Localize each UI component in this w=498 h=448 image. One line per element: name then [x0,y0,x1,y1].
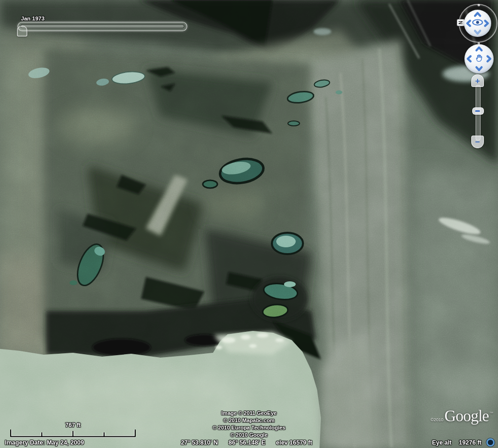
satellite-imagery[interactable] [0,0,498,448]
time-slider-range [20,24,184,28]
time-slider-date-label: Jan 1973 [21,16,45,21]
ring-tick [478,4,480,6]
move-joystick[interactable] [464,44,494,73]
north-label: N [458,21,463,24]
move-down-arrow[interactable] [475,64,483,72]
copyright-attribution: Image © 2011 GeoEye © 2010 Mapabc.com © … [213,410,285,439]
copyright-line: © 2010 Europa Technologies [213,424,285,431]
time-slider: Jan 1973 [15,15,188,37]
zoom-out-button[interactable]: − [471,136,484,148]
eye-alt-label: Eye alt [432,439,451,446]
move-left-arrow[interactable] [465,55,474,63]
move-right-arrow[interactable] [484,55,493,63]
look-joystick[interactable]: N [459,4,498,43]
zoom-slider-handle[interactable] [472,107,484,115]
eye-alt-value: 19276 ft [459,439,481,446]
elevation: elev 16579 ft [276,439,312,446]
scale-ruler [10,423,136,438]
zoom-in-button[interactable]: + [471,74,484,87]
copyright-line: Image © 2011 GeoEye [213,410,285,417]
move-up-arrow[interactable] [475,45,483,53]
zoom-slider: + − [470,74,486,149]
plus-icon: + [475,76,480,86]
look-down-arrow[interactable] [474,28,482,36]
minus-icon: − [475,138,480,147]
copyright-line: © 2010 Mapabc.com [213,417,285,424]
look-ball[interactable] [464,10,491,37]
move-ball[interactable] [464,44,494,73]
streaming-indicator-icon [486,438,495,447]
latitude: 27° 53.810' N [181,439,218,446]
status-bar: Imagery Date: May 24, 2009 27° 53.810' N… [0,437,498,448]
imagery-date: Imagery Date: May 24, 2009 [5,439,84,446]
scale-bar: 767 ft [10,422,136,438]
longitude: 86° 56.148' E [229,439,265,446]
time-slider-handle[interactable] [17,26,27,36]
google-logo: ©2010 Google ™ [430,407,493,425]
google-earth-viewport: Jan 1973 N [0,0,498,448]
look-up-arrow[interactable] [474,11,482,19]
hand-icon[interactable] [475,54,483,64]
time-slider-track[interactable] [18,22,187,31]
google-wordmark: Google [445,407,489,425]
trademark-symbol: ™ [489,411,493,415]
logo-copyright-year: ©2010 [430,417,444,422]
eye-icon[interactable] [472,18,483,28]
